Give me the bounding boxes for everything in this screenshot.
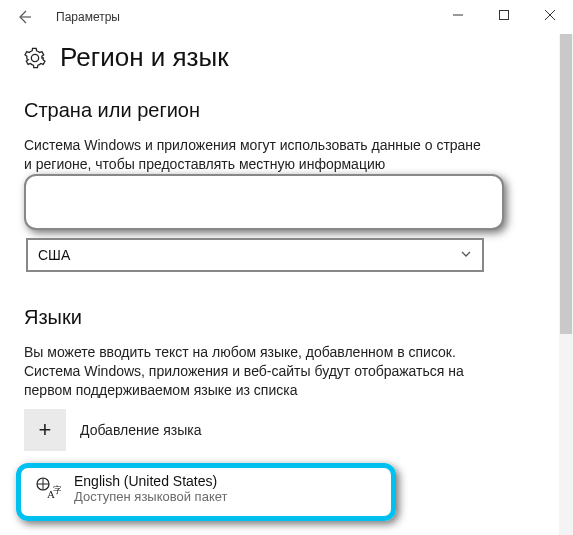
page-header: Регион и язык: [24, 42, 549, 73]
scrollbar-thumb[interactable]: [560, 34, 572, 334]
vertical-scrollbar[interactable]: [559, 34, 573, 535]
settings-window: Параметры Регион и язык Страна или регио…: [0, 0, 573, 535]
highlight-region: [24, 174, 504, 230]
chevron-down-icon: [460, 246, 472, 264]
region-combo-wrap: США: [18, 182, 498, 272]
add-language-box: +: [24, 409, 66, 451]
close-icon: [545, 10, 555, 20]
language-texts: English (United States) Доступен языково…: [74, 473, 227, 504]
add-language-label: Добавление языка: [80, 422, 202, 438]
back-button[interactable]: [10, 3, 38, 31]
language-item[interactable]: A 字 English (United States) Доступен язы…: [24, 469, 380, 508]
languages-heading: Языки: [24, 306, 549, 329]
content-area: Регион и язык Страна или регион Система …: [0, 34, 573, 535]
gear-icon: [24, 47, 46, 69]
minimize-button[interactable]: [435, 0, 481, 30]
language-subtext: Доступен языковой пакет: [74, 489, 227, 504]
region-dropdown[interactable]: США: [26, 238, 484, 272]
language-icon: A 字: [34, 475, 62, 503]
plus-icon: +: [39, 417, 52, 443]
languages-description: Вы можете вводить текст на любом языке, …: [24, 343, 484, 400]
region-selected-value: США: [38, 247, 460, 263]
svg-text:字: 字: [53, 485, 61, 495]
maximize-button[interactable]: [481, 0, 527, 30]
language-item-wrap: A 字 English (United States) Доступен язы…: [18, 469, 398, 508]
back-arrow-icon: [16, 9, 32, 25]
window-title: Параметры: [56, 10, 120, 24]
page-title: Регион и язык: [60, 42, 229, 73]
region-description: Система Windows и приложения могут испол…: [24, 136, 484, 174]
maximize-icon: [499, 10, 509, 20]
titlebar: Параметры: [0, 0, 573, 34]
add-language-button[interactable]: + Добавление языка: [24, 409, 549, 451]
language-name: English (United States): [74, 473, 227, 489]
minimize-icon: [453, 10, 463, 20]
window-controls: [435, 0, 573, 30]
region-heading: Страна или регион: [24, 99, 549, 122]
close-button[interactable]: [527, 0, 573, 30]
svg-rect-0: [500, 11, 509, 20]
